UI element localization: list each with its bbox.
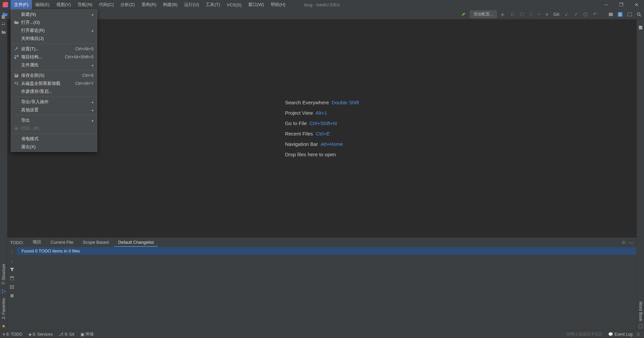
menu-exit[interactable]: 退出(X): [11, 143, 97, 151]
menu-close-project[interactable]: 关闭项目(J): [11, 35, 97, 43]
git-revert-icon[interactable]: ↶: [592, 11, 598, 17]
menu-separator: [11, 70, 97, 70]
tool1-icon[interactable]: [608, 11, 614, 17]
hint-navbar-label: Navigation Bar: [285, 141, 318, 147]
save-icon: [14, 73, 19, 78]
menu-open[interactable]: 打开...(O): [11, 18, 97, 26]
svg-text:G: G: [619, 13, 622, 16]
menu-invalidate-cache[interactable]: 作废缓存/重启...: [11, 88, 97, 96]
git-history-icon[interactable]: [582, 11, 588, 17]
menu-export-import[interactable]: 导出/导入操作▸: [11, 98, 97, 106]
menu-vcs[interactable]: VCS(S): [223, 0, 245, 9]
editor-empty-area[interactable]: Search EverywhereDouble Shift Project Vi…: [7, 19, 637, 237]
menu-view[interactable]: 视图(V): [53, 0, 74, 9]
svg-rect-18: [12, 285, 14, 287]
menu-window[interactable]: 窗口(W): [245, 0, 267, 9]
menu-refactor[interactable]: 重构(R): [138, 0, 160, 9]
svg-rect-20: [11, 294, 14, 297]
menu-analyze[interactable]: 分析(Z): [117, 0, 138, 9]
editor-hints: Search EverywhereDouble Shift Project Vi…: [285, 95, 359, 162]
menu-open-recent[interactable]: 打开最近(R)▸: [11, 26, 97, 35]
menu-export[interactable]: 导出▸: [11, 116, 97, 124]
git-update-icon[interactable]: ↙: [564, 11, 570, 17]
translate-icon[interactable]: G: [617, 11, 623, 17]
hint-project-label: Project View: [285, 110, 313, 116]
todo-tab-changelist[interactable]: Default Changelist: [114, 238, 158, 247]
database-tool-tab[interactable]: 数据库: [637, 19, 644, 25]
svg-rect-26: [15, 127, 17, 128]
profile-icon[interactable]: [528, 11, 534, 17]
todo-panel: TODO: 项目 Current File Scope Based Defaul…: [7, 237, 637, 330]
hammer-icon[interactable]: [461, 11, 467, 17]
todo-tab-currentfile[interactable]: Current File: [47, 238, 77, 247]
menu-project-structure[interactable]: 项目结构...Ctrl+Alt+Shift+S: [11, 53, 97, 61]
title-bar: 文件(F) 编辑(E) 视图(V) 导航(N) 代码(C) 分析(Z) 重构(R…: [0, 0, 644, 9]
git-commit-icon[interactable]: ✓: [573, 11, 579, 17]
filter-icon[interactable]: [9, 267, 15, 273]
run-config-dropdown[interactable]: 添加配置...: [470, 10, 497, 18]
menu-file-properties[interactable]: 文件属性▸: [11, 61, 97, 69]
hide-icon[interactable]: —: [628, 239, 634, 245]
status-bar: ≡ 6: TODO ◈ 8: Services ⎇ 9: Git ▣ 终端 @稀…: [0, 330, 644, 338]
menu-file[interactable]: 文件(F): [11, 0, 32, 9]
chevron-down-icon[interactable]: ▼: [538, 13, 541, 16]
group-icon[interactable]: [9, 284, 15, 290]
svg-rect-11: [4, 291, 5, 292]
stop-icon[interactable]: ■: [544, 11, 550, 17]
run-icon[interactable]: ▶: [500, 11, 506, 17]
folder-icon[interactable]: [1, 30, 6, 35]
menu-build[interactable]: 构建(B): [160, 0, 181, 9]
arrow-down-icon[interactable]: ↓: [9, 258, 15, 264]
structure-tool-tab[interactable]: 7: Structure: [1, 261, 7, 287]
debug-icon[interactable]: [509, 11, 516, 17]
close-button[interactable]: ✕: [629, 0, 644, 9]
hint-navbar-key: Alt+Home: [321, 141, 343, 147]
todo-tab-scope[interactable]: Scope Based: [79, 238, 113, 247]
watermark-text: @稀土掘金技术社区: [567, 331, 603, 337]
menu-run[interactable]: 运行(U): [181, 0, 202, 9]
todo-header: TODO: 项目 Current File Scope Based Defaul…: [7, 238, 637, 247]
minimize-button[interactable]: ─: [599, 0, 614, 9]
menu-print[interactable]: 打印...(P): [11, 124, 97, 132]
app-icon: [3, 2, 8, 7]
hint-drop-label: Drop files here to open: [285, 152, 336, 157]
menu-power-save[interactable]: 省电模式: [11, 135, 97, 143]
maximize-button[interactable]: ❐: [614, 0, 629, 9]
tool3-icon[interactable]: [627, 11, 633, 17]
menu-help[interactable]: 帮助(H): [267, 0, 289, 9]
project-folder-icon[interactable]: [2, 11, 8, 17]
star-icon[interactable]: ★: [1, 323, 6, 329]
status-services[interactable]: ◈ 8: Services: [29, 332, 53, 337]
status-terminal[interactable]: ▣ 终端: [80, 331, 94, 337]
menu-separator: [11, 115, 97, 115]
menu-save-all[interactable]: 保存全部(S)Ctrl+S: [11, 71, 97, 79]
arrow-up-icon[interactable]: ↑: [9, 249, 15, 255]
svg-rect-1: [520, 13, 523, 16]
project-tool-tab[interactable]: 1:项目: [0, 19, 7, 28]
favorites-tool-tab[interactable]: 2: Favorites: [1, 295, 7, 322]
status-git[interactable]: ⎇ 9: Git: [59, 332, 74, 337]
event-log-button[interactable]: 💬 Event Log: [608, 332, 633, 337]
corner-icon[interactable]: [638, 324, 643, 329]
menu-settings[interactable]: 设置(T)...Ctrl+Alt+S: [11, 45, 97, 53]
svg-rect-9: [2, 290, 3, 291]
menu-navigate[interactable]: 导航(N): [74, 0, 96, 9]
menu-other-settings[interactable]: 其他设置▸: [11, 106, 97, 114]
preview-icon[interactable]: [9, 275, 15, 281]
lock-icon[interactable]: [635, 331, 641, 337]
structure-icon[interactable]: [1, 289, 6, 294]
search-icon[interactable]: [636, 11, 642, 17]
menu-code[interactable]: 代码(C): [96, 0, 117, 9]
coverage-icon[interactable]: [519, 11, 525, 17]
menu-tools[interactable]: 工具(T): [202, 0, 223, 9]
status-todo[interactable]: ≡ 6: TODO: [3, 332, 22, 337]
gear-icon[interactable]: [621, 239, 627, 245]
todo-side-toolbar: ↑ ↓: [7, 247, 17, 330]
menu-separator: [11, 133, 97, 134]
menu-new[interactable]: 新建(N)▸: [11, 10, 97, 18]
wordbook-tool-tab[interactable]: Word Book: [638, 299, 644, 324]
expand-icon[interactable]: [9, 293, 15, 299]
todo-tab-project[interactable]: 项目: [29, 238, 45, 247]
menu-reload-from-disk[interactable]: 从磁盘全部重新加载Ctrl+Alt+Y: [11, 79, 97, 88]
menu-edit[interactable]: 编辑(E): [32, 0, 53, 9]
